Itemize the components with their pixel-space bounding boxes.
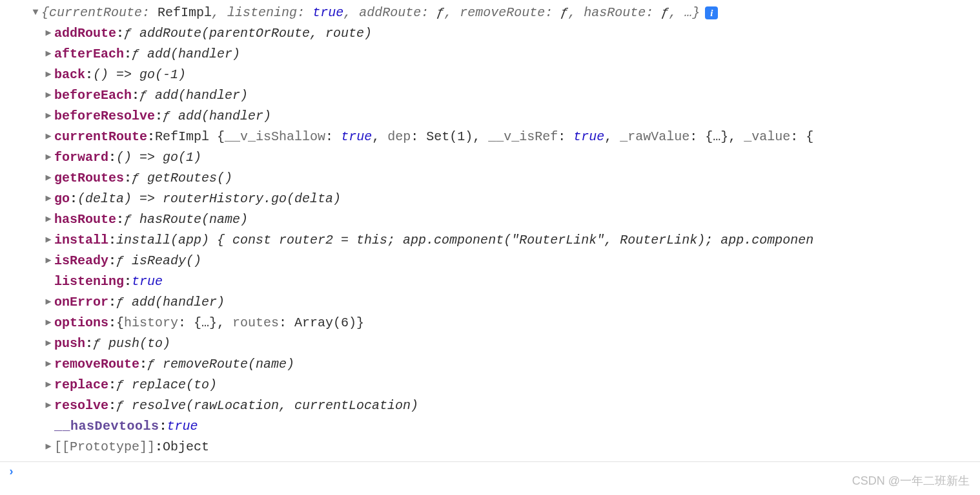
property-value: RefImpl {__v_isShallow: true, dep: Set(1… <box>155 127 813 147</box>
property-value: true <box>132 271 163 292</box>
disclosure-triangle-right-icon[interactable] <box>44 147 53 168</box>
disclosure-triangle-right-icon[interactable] <box>44 209 53 230</box>
prompt-chevron-icon: › <box>8 461 15 481</box>
property-row[interactable]: removeRoute: ƒ removeRoute(name) <box>44 354 980 375</box>
property-row[interactable]: hasRoute: ƒ hasRoute(name) <box>44 209 980 230</box>
property-row[interactable]: forward: () => go(1) <box>44 147 980 168</box>
property-value: {history: {…}, routes: Array(6)} <box>116 313 364 333</box>
property-row[interactable]: go: (delta) => routerHistory.go(delta) <box>44 189 980 209</box>
property-key: listening <box>54 271 124 292</box>
property-key: removeRoute <box>54 354 139 375</box>
property-row[interactable]: listening: true <box>44 271 980 292</box>
property-value-function: ƒ hasRoute(name) <box>124 209 248 230</box>
property-key: resolve <box>54 395 108 416</box>
colon: : <box>124 271 132 292</box>
property-key: replace <box>54 375 108 395</box>
property-row[interactable]: currentRoute: RefImpl {__v_isShallow: tr… <box>44 127 980 147</box>
property-key: options <box>54 313 108 333</box>
property-row[interactable]: isReady: ƒ isReady() <box>44 251 980 271</box>
property-row[interactable]: install: install(app) { const router2 = … <box>44 230 980 251</box>
property-key: onError <box>54 292 108 313</box>
colon: : <box>108 147 116 168</box>
property-row[interactable]: back: () => go(-1) <box>44 65 980 85</box>
colon: : <box>108 313 116 333</box>
disclosure-triangle-right-icon[interactable] <box>44 313 53 333</box>
property-value-function: ƒ add(handler) <box>132 44 240 65</box>
object-properties-list: addRoute: ƒ addRoute(parentOrRoute, rout… <box>31 23 980 458</box>
colon: : <box>108 251 116 271</box>
colon: : <box>159 416 167 437</box>
property-key: hasRoute <box>54 209 116 230</box>
property-value-function: ƒ addRoute(parentOrRoute, route) <box>124 23 372 44</box>
property-row[interactable]: getRoutes: ƒ getRoutes() <box>44 168 980 189</box>
property-value-function: (delta) => routerHistory.go(delta) <box>77 189 341 209</box>
disclosure-triangle-right-icon[interactable] <box>44 85 53 106</box>
property-key: __hasDevtools <box>54 416 159 437</box>
colon: : <box>116 209 124 230</box>
property-row[interactable]: onError: ƒ add(handler) <box>44 292 980 313</box>
console-input-row[interactable]: › <box>0 462 980 481</box>
property-key: push <box>54 333 85 354</box>
disclosure-triangle-right-icon[interactable] <box>44 292 53 313</box>
colon: : <box>155 106 163 127</box>
colon: : <box>139 354 147 375</box>
disclosure-triangle-right-icon[interactable] <box>44 168 53 189</box>
property-key: install <box>54 230 108 251</box>
property-key: afterEach <box>54 44 124 65</box>
disclosure-triangle-right-icon[interactable] <box>44 375 53 395</box>
colon: : <box>124 168 132 189</box>
property-row[interactable]: __hasDevtools: true <box>44 416 980 437</box>
property-value-function: () => go(-1) <box>93 65 186 85</box>
console-output: {currentRoute: RefImpl, listening: true,… <box>0 0 980 458</box>
property-key: beforeEach <box>54 85 132 106</box>
property-row[interactable]: resolve: ƒ resolve(rawLocation, currentL… <box>44 395 980 416</box>
disclosure-triangle-right-icon[interactable] <box>44 437 53 458</box>
property-value-function: ƒ isReady() <box>116 251 201 271</box>
property-value-function: ƒ add(handler) <box>139 85 248 106</box>
property-value-function: install(app) { const router2 = this; app… <box>116 230 813 251</box>
disclosure-triangle-right-icon[interactable] <box>44 189 53 209</box>
property-key: beforeResolve <box>54 106 155 127</box>
colon: : <box>155 437 163 458</box>
property-value-function: ƒ getRoutes() <box>132 168 232 189</box>
colon: : <box>85 333 93 354</box>
disclosure-triangle-right-icon[interactable] <box>44 127 53 147</box>
object-summary-row[interactable]: {currentRoute: RefImpl, listening: true,… <box>31 3 980 23</box>
disclosure-triangle-right-icon[interactable] <box>44 251 53 271</box>
property-key: currentRoute <box>54 127 147 147</box>
disclosure-triangle-right-icon[interactable] <box>44 106 53 127</box>
property-row[interactable]: options: {history: {…}, routes: Array(6)… <box>44 313 980 333</box>
disclosure-triangle-right-icon[interactable] <box>44 395 53 416</box>
property-key: getRoutes <box>54 168 124 189</box>
disclosure-triangle-down-icon[interactable] <box>31 3 40 23</box>
colon: : <box>147 127 155 147</box>
property-row[interactable]: beforeEach: ƒ add(handler) <box>44 85 980 106</box>
property-row[interactable]: push: ƒ push(to) <box>44 333 980 354</box>
property-key: forward <box>54 147 108 168</box>
disclosure-triangle-right-icon[interactable] <box>44 230 53 251</box>
info-badge-icon[interactable]: i <box>705 6 718 19</box>
property-row[interactable]: afterEach: ƒ add(handler) <box>44 44 980 65</box>
colon: : <box>132 85 139 106</box>
property-row[interactable]: [[Prototype]]: Object <box>44 437 980 458</box>
disclosure-triangle-right-icon[interactable] <box>44 44 53 65</box>
property-value-function: ƒ add(handler) <box>163 106 271 127</box>
property-value: true <box>167 416 198 437</box>
disclosure-triangle-right-icon[interactable] <box>44 354 53 375</box>
colon: : <box>124 44 132 65</box>
property-value-function: () => go(1) <box>116 147 201 168</box>
colon: : <box>108 375 116 395</box>
disclosure-triangle-right-icon[interactable] <box>44 65 53 85</box>
colon: : <box>108 292 116 313</box>
property-row[interactable]: replace: ƒ replace(to) <box>44 375 980 395</box>
property-value: Object <box>163 437 209 458</box>
property-row[interactable]: addRoute: ƒ addRoute(parentOrRoute, rout… <box>44 23 980 44</box>
property-value-function: ƒ push(to) <box>93 333 170 354</box>
property-value-function: ƒ resolve(rawLocation, currentLocation) <box>116 395 418 416</box>
colon: : <box>70 189 77 209</box>
disclosure-triangle-right-icon[interactable] <box>44 333 53 354</box>
disclosure-triangle-right-icon[interactable] <box>44 23 53 44</box>
property-value-function: ƒ removeRoute(name) <box>147 354 294 375</box>
property-value-function: ƒ add(handler) <box>116 292 225 313</box>
property-row[interactable]: beforeResolve: ƒ add(handler) <box>44 106 980 127</box>
